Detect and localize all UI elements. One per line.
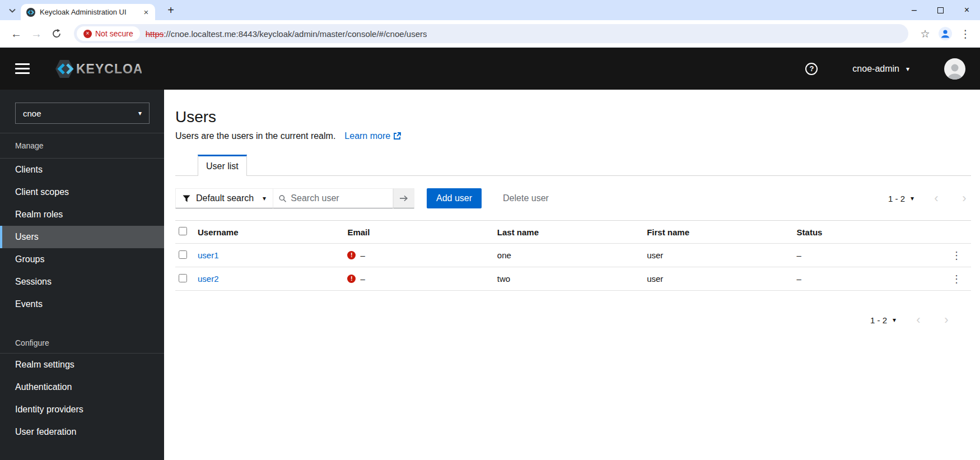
next-page-button[interactable]: › (958, 192, 971, 205)
nav-section-configure: Configure (0, 332, 164, 354)
security-chip[interactable]: × Not secure (77, 26, 140, 41)
table-header-row: Username Email Last name First name Stat… (175, 220, 971, 244)
next-page-button[interactable]: › (940, 313, 953, 327)
search-submit-button[interactable] (393, 188, 414, 208)
nav-toggle-button[interactable] (15, 63, 30, 74)
tab-user-list[interactable]: User list (198, 155, 247, 176)
page-description: Users are the users in the current realm… (175, 131, 335, 141)
avatar[interactable] (944, 58, 965, 80)
window-maximize-button[interactable] (927, 0, 954, 20)
pagination-menu[interactable]: 1 - 2 ▾ (870, 315, 896, 325)
sidebar-item-client-scopes[interactable]: Client scopes (0, 181, 164, 203)
row-actions-kebab[interactable]: ⋮ (946, 269, 967, 289)
username-link[interactable]: user2 (198, 274, 219, 284)
url-rest: ://cnoe.localtest.me:8443/keycloak/admin… (164, 29, 427, 39)
learn-more-link[interactable]: Learn more (344, 131, 401, 141)
sidebar-item-identity-providers[interactable]: Identity providers (0, 398, 164, 421)
pagination-top: 1 - 2 ▾ ‹ › (888, 192, 971, 205)
page-title: Users (175, 108, 971, 126)
first-name-value: user (647, 274, 796, 284)
chevron-down-icon: ▾ (263, 195, 266, 202)
browser-tab[interactable]: Keycloak Administration UI × (21, 4, 155, 20)
email-value: – (360, 274, 365, 284)
bookmark-star-button[interactable]: ☆ (916, 25, 934, 43)
masthead-actions: ? cnoe-admin ▾ (805, 58, 965, 80)
maximize-icon (937, 7, 944, 13)
email-value: – (360, 250, 365, 260)
chevron-down-icon: ▾ (138, 110, 142, 117)
keycloak-favicon (26, 8, 35, 17)
back-button[interactable]: ← (8, 25, 25, 42)
realm-selector-value: cnoe (23, 109, 41, 118)
sidebar-item-sessions[interactable]: Sessions (0, 271, 164, 293)
pagination-range: 1 - 2 (870, 315, 887, 325)
row-checkbox[interactable] (179, 250, 187, 259)
search-icon (279, 194, 286, 203)
forward-button[interactable]: → (28, 25, 45, 42)
avatar-icon (944, 61, 965, 80)
column-header-email: Email (347, 227, 497, 237)
reload-icon (52, 29, 62, 39)
search-input[interactable] (291, 193, 387, 203)
realm-selector[interactable]: cnoe ▾ (15, 103, 150, 124)
chevron-down-icon: ▾ (906, 66, 909, 72)
new-tab-button[interactable]: + (164, 3, 178, 17)
sidebar-item-realm-settings[interactable]: Realm settings (0, 354, 164, 376)
row-checkbox[interactable] (179, 274, 187, 282)
tab-close-icon[interactable]: × (142, 7, 151, 17)
search-type-dropdown[interactable]: Default search ▾ (175, 188, 273, 208)
external-link-icon (393, 132, 401, 140)
current-user-label: cnoe-admin (852, 64, 899, 74)
pagination-bottom: 1 - 2 ▾ ‹ › (175, 313, 971, 327)
pagination-menu[interactable]: 1 - 2 ▾ (888, 194, 914, 203)
window-minimize-button[interactable]: – (901, 0, 927, 20)
help-icon[interactable]: ? (805, 63, 818, 75)
sidebar: cnoe ▾ Manage Clients Client scopes Real… (0, 90, 164, 460)
pagination-range: 1 - 2 (888, 194, 905, 203)
last-name-value: one (497, 250, 647, 260)
search-type-label: Default search (196, 193, 254, 203)
not-secure-icon: × (83, 30, 92, 38)
previous-page-button[interactable]: ‹ (912, 313, 925, 327)
sidebar-item-authentication[interactable]: Authentication (0, 376, 164, 398)
first-name-value: user (647, 250, 796, 260)
masthead: KEYCLOAK ? cnoe-admin ▾ (0, 48, 980, 90)
browser-menu-button[interactable]: ⋮ (956, 25, 974, 43)
add-user-button[interactable]: Add user (427, 188, 482, 208)
users-toolbar: Default search ▾ Add user Delete user (175, 188, 971, 208)
sidebar-item-clients[interactable]: Clients (0, 159, 164, 181)
browser-tab-strip: Keycloak Administration UI × + – × (0, 0, 980, 20)
last-name-value: two (497, 274, 647, 284)
table-row: user2 ! – two user – ⋮ (175, 267, 971, 291)
delete-user-button[interactable]: Delete user (503, 193, 549, 203)
column-header-username: Username (198, 227, 347, 237)
filter-icon (183, 195, 190, 202)
window-controls: – × (901, 0, 980, 20)
username-link[interactable]: user1 (198, 250, 219, 260)
row-actions-kebab[interactable]: ⋮ (946, 245, 967, 266)
user-dropdown[interactable]: cnoe-admin ▾ (852, 64, 909, 74)
reload-button[interactable] (48, 25, 65, 42)
chevron-down-icon: ▾ (911, 195, 914, 202)
address-bar[interactable]: × Not secure https://cnoe.localtest.me:8… (74, 24, 908, 43)
tab-search-button[interactable] (7, 6, 17, 16)
sidebar-item-user-federation[interactable]: User federation (0, 421, 164, 443)
table-row: user1 ! – one user – ⋮ (175, 244, 971, 267)
column-header-last-name: Last name (497, 227, 647, 237)
email-error-icon: ! (347, 275, 356, 283)
sidebar-item-users[interactable]: Users (0, 226, 164, 248)
keycloak-logo: KEYCLOAK (46, 59, 142, 78)
sidebar-item-events[interactable]: Events (0, 293, 164, 315)
arrow-right-icon (399, 195, 408, 202)
brand-wordmark: KEYCLOAK (76, 62, 142, 76)
window-close-button[interactable]: × (954, 0, 980, 20)
browser-toolbar: ← → × Not secure https://cnoe.localtest.… (0, 20, 980, 48)
sidebar-item-realm-roles[interactable]: Realm roles (0, 203, 164, 226)
sidebar-item-groups[interactable]: Groups (0, 248, 164, 271)
main-content: Users Users are the users in the current… (164, 90, 980, 460)
url-text: https://cnoe.localtest.me:8443/keycloak/… (146, 29, 427, 39)
select-all-checkbox[interactable] (179, 227, 187, 235)
browser-profile-button[interactable] (936, 25, 954, 43)
column-header-status: Status (797, 227, 946, 237)
previous-page-button[interactable]: ‹ (930, 192, 943, 205)
